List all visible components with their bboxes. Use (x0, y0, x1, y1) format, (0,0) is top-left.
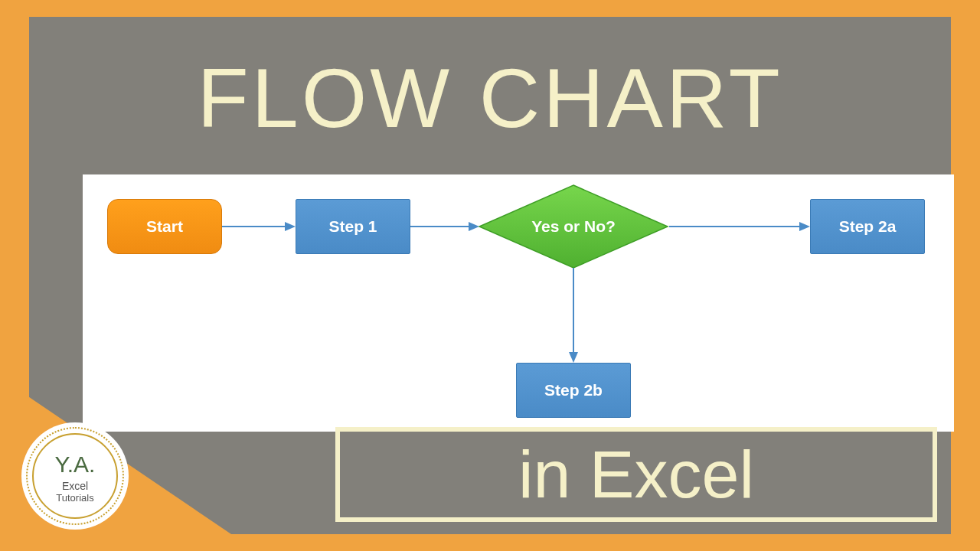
arrow-step1-to-decision (410, 220, 479, 233)
logo-ring-inner (32, 433, 118, 519)
node-decision: Yes or No? (478, 184, 669, 269)
node-step2a-label: Step 2a (839, 217, 897, 236)
svg-marker-8 (569, 352, 578, 363)
node-step2b: Step 2b (516, 363, 631, 418)
node-step1: Step 1 (296, 199, 410, 254)
svg-marker-6 (799, 222, 810, 231)
arrow-start-to-step1 (222, 220, 296, 233)
main-title: FLOW CHART (29, 49, 951, 146)
svg-marker-2 (285, 222, 296, 231)
node-start: Start (107, 199, 222, 254)
node-start-label: Start (146, 217, 183, 236)
arrow-decision-to-step2b (567, 268, 580, 363)
node-decision-label: Yes or No? (531, 217, 616, 236)
node-step2a: Step 2a (810, 199, 925, 254)
logo-badge: Y.A. Excel Tutorials (21, 422, 129, 530)
arrow-decision-to-step2a (669, 220, 810, 233)
subtitle-box: in Excel (335, 427, 937, 522)
subtitle-text: in Excel (518, 435, 754, 514)
node-step2b-label: Step 2b (544, 381, 603, 399)
node-step1-label: Step 1 (328, 217, 377, 236)
